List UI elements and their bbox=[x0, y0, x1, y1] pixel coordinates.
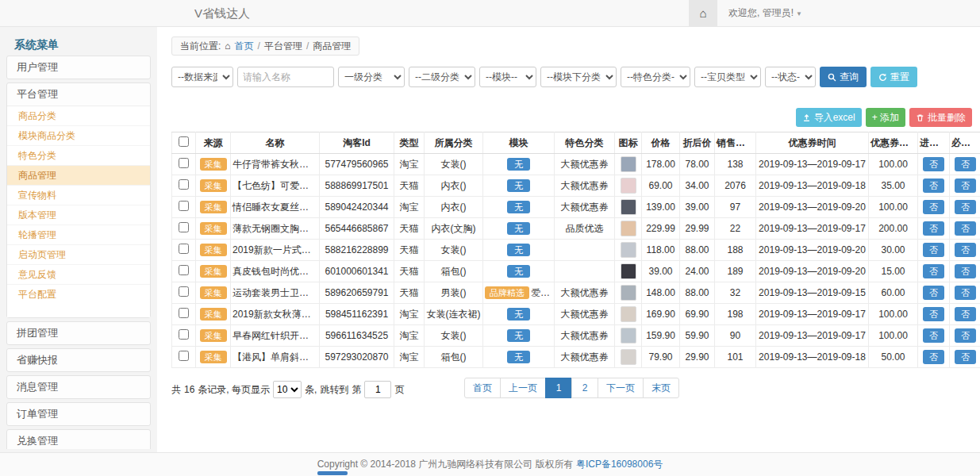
cell-type: 淘宝 bbox=[394, 347, 425, 368]
status-select[interactable]: --状态-- bbox=[765, 67, 816, 87]
sidebar-subitem-启动页管理[interactable]: 启动页管理 bbox=[7, 245, 150, 265]
module-sub-category-select[interactable]: --模块下分类-- bbox=[540, 67, 617, 87]
row-select-cell bbox=[172, 197, 196, 218]
sidebar-subitem-商品分类[interactable]: 商品分类 bbox=[7, 106, 150, 126]
page-size-select[interactable]: 10 bbox=[273, 381, 302, 398]
reset-button[interactable]: 重置 bbox=[870, 67, 917, 87]
sidebar-subitem-模块商品分类[interactable]: 模块商品分类 bbox=[7, 126, 150, 146]
sidebar-item-用户管理[interactable]: 用户管理 bbox=[7, 56, 150, 79]
pagination-button-1[interactable]: 1 bbox=[545, 378, 572, 398]
sidebar-item-兑换管理[interactable]: 兑换管理 bbox=[7, 430, 150, 449]
must-buy-toggle-button[interactable]: 否 bbox=[955, 286, 976, 300]
icp-link[interactable]: 粤ICP备16098006号 bbox=[576, 459, 663, 470]
must-buy-toggle-button[interactable]: 否 bbox=[955, 307, 976, 321]
sidebar-subitem-版本管理[interactable]: 版本管理 bbox=[7, 205, 150, 225]
cell-must-buy: 否 bbox=[950, 175, 980, 197]
data-source-select[interactable]: --数据来源-- bbox=[171, 67, 233, 87]
jump-page-input[interactable] bbox=[364, 381, 391, 398]
pagination-button-下一页[interactable]: 下一页 bbox=[598, 378, 644, 398]
row-checkbox[interactable] bbox=[179, 158, 189, 168]
import-toggle-button[interactable]: 否 bbox=[923, 157, 944, 171]
import-toggle-button[interactable]: 否 bbox=[923, 200, 944, 214]
cell-name: 【港风】单肩斜挎链条... bbox=[231, 347, 320, 368]
search-icon bbox=[828, 73, 836, 82]
sidebar-item-省赚快报[interactable]: 省赚快报 bbox=[7, 349, 150, 371]
import-toggle-button[interactable]: 否 bbox=[923, 221, 944, 236]
must-buy-toggle-button[interactable]: 否 bbox=[955, 264, 976, 278]
name-input[interactable] bbox=[237, 67, 334, 87]
sidebar-item-平台管理[interactable]: 平台管理 bbox=[7, 83, 150, 106]
sidebar-item-订单管理[interactable]: 订单管理 bbox=[7, 403, 150, 425]
source-badge: 采集 bbox=[200, 329, 227, 342]
pagination-button-2[interactable]: 2 bbox=[571, 378, 598, 398]
row-checkbox[interactable] bbox=[179, 286, 189, 297]
import-toggle-button[interactable]: 否 bbox=[923, 178, 944, 193]
must-buy-toggle-button[interactable]: 否 bbox=[955, 200, 976, 214]
filter-bar: --数据来源--一级分类--二级分类----模块----模块下分类----特色分… bbox=[171, 67, 972, 87]
import-toggle-button[interactable]: 否 bbox=[923, 307, 944, 321]
cell-discount-price: 39.00 bbox=[680, 197, 715, 218]
import-excel-button[interactable]: 导入excel bbox=[796, 108, 862, 127]
breadcrumb-separator: / bbox=[258, 40, 260, 52]
cell-price: 79.90 bbox=[642, 347, 680, 368]
breadcrumb-home-link[interactable]: 首页 bbox=[235, 40, 254, 53]
row-checkbox[interactable] bbox=[179, 351, 189, 361]
user-menu[interactable]: 欢迎您, 管理员!▼ bbox=[717, 0, 813, 26]
row-checkbox[interactable] bbox=[179, 308, 189, 318]
chevron-down-icon: ▼ bbox=[796, 10, 802, 17]
import-toggle-button[interactable]: 否 bbox=[923, 286, 944, 300]
cell-discount-price: 29.99 bbox=[680, 218, 715, 240]
row-checkbox[interactable] bbox=[179, 244, 189, 254]
import-toggle-button[interactable]: 否 bbox=[923, 264, 944, 278]
select-all-checkbox[interactable] bbox=[179, 136, 189, 147]
column-header-8: 图标 bbox=[615, 132, 642, 154]
import-toggle-button[interactable]: 否 bbox=[923, 350, 944, 364]
feature-category-select[interactable]: --特色分类-- bbox=[621, 67, 690, 87]
sidebar-subitem-轮播管理[interactable]: 轮播管理 bbox=[7, 225, 150, 245]
table-actions: 导入excel + 添加 批量删除 bbox=[171, 108, 972, 127]
must-buy-toggle-button[interactable]: 否 bbox=[955, 157, 976, 171]
sidebar-subitem-宣传物料[interactable]: 宣传物料 bbox=[7, 186, 150, 205]
must-buy-toggle-button[interactable]: 否 bbox=[955, 350, 976, 364]
sidebar-panel: 拼团管理 bbox=[6, 321, 151, 345]
row-checkbox[interactable] bbox=[179, 329, 189, 340]
row-checkbox[interactable] bbox=[179, 201, 189, 211]
sidebar-subitem-意见反馈[interactable]: 意见反馈 bbox=[7, 265, 150, 285]
must-buy-toggle-button[interactable]: 否 bbox=[955, 178, 976, 193]
cell-coupon-time: 2019-09-13—2019-09-20 bbox=[756, 197, 869, 218]
column-header-6: 模块 bbox=[483, 132, 555, 154]
module-select[interactable]: --模块-- bbox=[479, 67, 536, 87]
must-buy-toggle-button[interactable]: 否 bbox=[955, 328, 976, 343]
level1-category-select[interactable]: 一级分类 bbox=[338, 67, 405, 87]
sidebar-subitem-特色分类[interactable]: 特色分类 bbox=[7, 146, 150, 166]
sidebar-subitem-平台配置[interactable]: 平台配置 bbox=[7, 285, 150, 305]
row-checkbox[interactable] bbox=[179, 265, 189, 275]
welcome-text: 欢迎您, 管理员! bbox=[728, 7, 794, 18]
records-total: 16 bbox=[184, 384, 194, 395]
level2-category-select[interactable]: --二级分类-- bbox=[409, 67, 475, 87]
search-button[interactable]: 查询 bbox=[820, 67, 867, 87]
must-buy-toggle-button[interactable]: 否 bbox=[955, 243, 976, 257]
pagination-button-上一页[interactable]: 上一页 bbox=[500, 378, 546, 398]
refresh-icon bbox=[878, 73, 887, 82]
pagination-button-末页[interactable]: 末页 bbox=[643, 378, 679, 398]
product-thumbnail bbox=[621, 221, 636, 236]
row-checkbox[interactable] bbox=[179, 179, 189, 190]
source-badge: 采集 bbox=[200, 286, 227, 299]
batch-delete-button[interactable]: 批量删除 bbox=[909, 108, 972, 127]
import-toggle-button[interactable]: 否 bbox=[923, 243, 944, 257]
pagination-button-首页[interactable]: 首页 bbox=[464, 378, 501, 398]
nav-home-button[interactable]: ⌂ bbox=[689, 0, 717, 26]
row-checkbox[interactable] bbox=[179, 222, 189, 232]
sidebar-subitem-商品管理[interactable]: 商品管理 bbox=[7, 166, 150, 186]
product-thumbnail bbox=[621, 306, 636, 322]
cell-module: 品牌精选爱上运动 bbox=[483, 282, 555, 304]
horizontal-scrollbar-thumb[interactable] bbox=[317, 471, 348, 475]
sidebar-item-消息管理[interactable]: 消息管理 bbox=[7, 376, 150, 398]
item-type-select[interactable]: --宝贝类型-- bbox=[694, 67, 761, 87]
cell-taoke-id: 588216228899 bbox=[320, 240, 394, 261]
sidebar-item-拼团管理[interactable]: 拼团管理 bbox=[7, 322, 150, 344]
import-toggle-button[interactable]: 否 bbox=[923, 328, 944, 343]
must-buy-toggle-button[interactable]: 否 bbox=[955, 221, 976, 236]
add-button[interactable]: + 添加 bbox=[866, 108, 905, 127]
